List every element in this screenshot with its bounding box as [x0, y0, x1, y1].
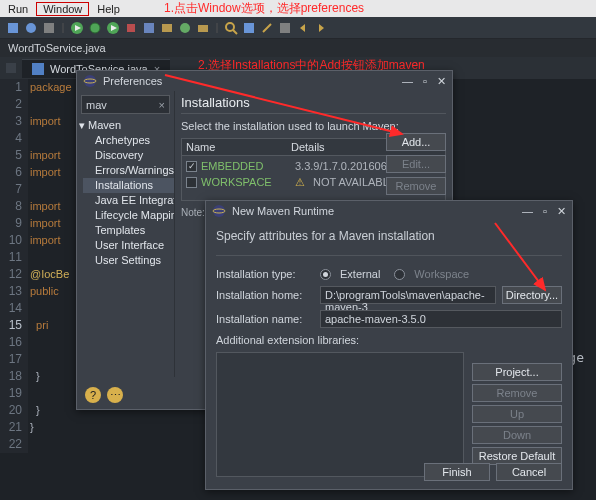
svg-point-12 — [180, 23, 190, 33]
menu-run[interactable]: Run — [0, 2, 36, 16]
install-type-label: Installation type: — [216, 268, 314, 280]
runtime-heading: Specify attributes for a Maven installat… — [216, 229, 562, 256]
menu-window[interactable]: Window — [36, 2, 89, 16]
run-class-icon[interactable] — [106, 21, 120, 35]
folder-icon[interactable] — [196, 21, 210, 35]
cancel-button[interactable]: Cancel — [496, 463, 562, 481]
runtime-title: New Maven Runtime — [232, 205, 334, 217]
main-toolbar — [0, 17, 596, 39]
new-class-icon[interactable] — [178, 21, 192, 35]
maximize-icon[interactable]: ▫ — [423, 75, 427, 88]
install-home-row: Installation home: D:\programTools\maven… — [216, 286, 562, 304]
svg-line-18 — [263, 24, 271, 32]
file-name: WordToService.java — [8, 42, 106, 54]
toolbar-icon[interactable] — [242, 21, 256, 35]
tab-icon — [4, 61, 18, 75]
tree-installations[interactable]: Installations — [83, 178, 174, 193]
svg-point-1 — [26, 23, 36, 33]
gutter: 12345678910111213141516171819202122 — [0, 79, 28, 453]
svg-line-16 — [233, 30, 237, 34]
install-home-input[interactable]: D:\programTools\maven\apache-maven-3 — [320, 286, 496, 304]
remove-button[interactable]: Remove — [472, 384, 562, 402]
separator — [60, 21, 66, 35]
runtime-side-buttons: Project... Remove Up Down Restore Defaul… — [472, 363, 562, 465]
java-file-icon — [32, 63, 44, 75]
svg-rect-2 — [44, 23, 54, 33]
finish-button[interactable]: Finish — [424, 463, 490, 481]
svg-point-15 — [226, 23, 234, 31]
eclipse-icon — [212, 204, 226, 218]
ext-lib-list[interactable] — [216, 352, 464, 477]
svg-marker-20 — [300, 24, 305, 32]
checkbox-icon[interactable]: ✓ — [186, 161, 197, 172]
install-type-row: Installation type: External Workspace — [216, 268, 562, 280]
new-maven-runtime-dialog: New Maven Runtime — ▫ ✕ Specify attribut… — [205, 200, 573, 490]
menu-help[interactable]: Help — [89, 2, 128, 16]
close-icon[interactable]: ✕ — [437, 75, 446, 88]
install-name-row: Installation name: apache-maven-3.5.0 — [216, 310, 562, 328]
down-button[interactable]: Down — [472, 426, 562, 444]
prefs-sidebar: mav × ▾ Maven Archetypes Discovery Error… — [77, 91, 175, 377]
close-icon[interactable]: ✕ — [557, 205, 566, 218]
separator — [214, 21, 220, 35]
ext-lib-label: Additional extension libraries: — [216, 334, 562, 346]
prefs-search-text: mav — [86, 99, 107, 111]
eclipse-icon — [83, 74, 97, 88]
svg-point-27 — [213, 205, 225, 217]
search-icon[interactable] — [224, 21, 238, 35]
svg-rect-10 — [144, 23, 154, 33]
toolbar-icon[interactable] — [278, 21, 292, 35]
svg-rect-19 — [280, 23, 290, 33]
clear-icon[interactable]: × — [159, 99, 165, 111]
toolbar-icon[interactable] — [6, 21, 20, 35]
svg-rect-13 — [198, 25, 208, 32]
svg-point-24 — [84, 75, 96, 87]
maximize-icon[interactable]: ▫ — [543, 205, 547, 218]
menubar[interactable]: Run Window Help — [0, 0, 596, 17]
help-icon[interactable]: ? — [85, 387, 101, 403]
install-name-label: Installation name: — [216, 313, 314, 325]
checkbox-icon[interactable] — [186, 177, 197, 188]
prefs-search[interactable]: mav × — [81, 95, 170, 114]
svg-rect-0 — [8, 23, 18, 33]
svg-rect-17 — [244, 23, 254, 33]
prefs-title: Preferences — [103, 75, 162, 87]
toolbar-icon[interactable] — [42, 21, 56, 35]
minimize-icon[interactable]: — — [522, 205, 533, 218]
stop-icon[interactable] — [124, 21, 138, 35]
prefs-heading: Installations — [181, 95, 446, 114]
run-icon[interactable] — [70, 21, 84, 35]
edit-button[interactable]: Edit... — [386, 155, 446, 173]
toolbar-icon[interactable] — [24, 21, 38, 35]
remove-button[interactable]: Remove — [386, 177, 446, 195]
svg-rect-22 — [6, 63, 16, 73]
minimize-icon[interactable]: — — [402, 75, 413, 88]
toolbar-icon[interactable] — [142, 21, 156, 35]
runtime-titlebar[interactable]: New Maven Runtime — ▫ ✕ — [206, 201, 572, 221]
package-icon[interactable] — [160, 21, 174, 35]
wand-icon[interactable] — [260, 21, 274, 35]
debug-icon[interactable] — [88, 21, 102, 35]
svg-rect-11 — [162, 24, 172, 32]
svg-rect-9 — [127, 24, 135, 32]
install-home-label: Installation home: — [216, 289, 314, 301]
radio-workspace[interactable] — [394, 269, 405, 280]
nav-fwd-icon[interactable] — [314, 21, 328, 35]
add-button[interactable]: Add... — [386, 133, 446, 151]
svg-marker-21 — [319, 24, 324, 32]
file-strip: WordToService.java — [0, 39, 596, 57]
up-button[interactable]: Up — [472, 405, 562, 423]
radio-external[interactable] — [320, 269, 331, 280]
import-icon[interactable]: ⋯ — [107, 387, 123, 403]
svg-point-6 — [90, 23, 100, 33]
directory-button[interactable]: Directory... — [502, 286, 562, 304]
prefs-instruction: Select the installation used to launch M… — [181, 120, 446, 132]
prefs-tree[interactable]: ▾ Maven Archetypes Discovery Errors/Warn… — [77, 118, 174, 268]
project-button[interactable]: Project... — [472, 363, 562, 381]
svg-rect-23 — [32, 63, 44, 75]
prefs-titlebar[interactable]: Preferences — ▫ ✕ — [77, 71, 452, 91]
install-name-input[interactable]: apache-maven-3.5.0 — [320, 310, 562, 328]
nav-back-icon[interactable] — [296, 21, 310, 35]
